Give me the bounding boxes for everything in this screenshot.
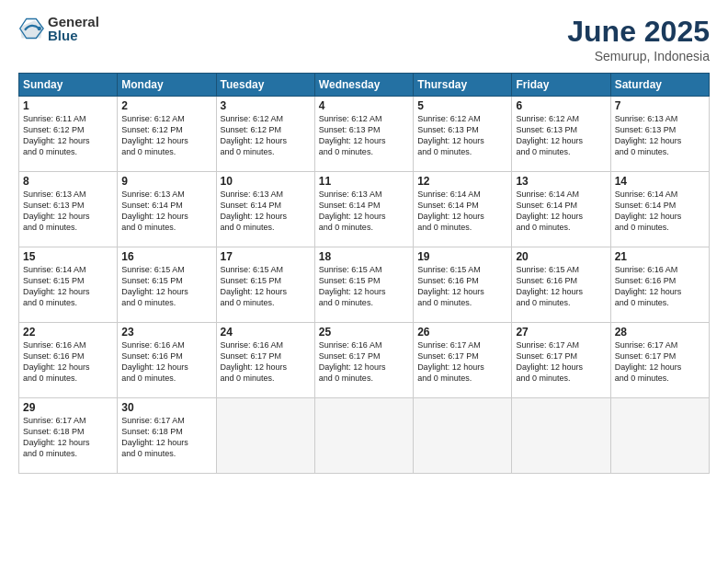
day-number: 15 [23,250,113,263]
day-number: 4 [319,99,409,112]
day-number: 5 [417,99,507,112]
col-thursday: Thursday [414,74,512,97]
day-number: 11 [319,175,409,188]
page: General Blue June 2025 Semurup, Indonesi… [0,0,728,563]
table-row: 22 Sunrise: 6:16 AM Sunset: 6:16 PM Dayl… [19,323,118,398]
table-row: 6 Sunrise: 6:12 AM Sunset: 6:13 PM Dayli… [512,97,610,172]
calendar-week-row: 15 Sunrise: 6:14 AM Sunset: 6:15 PM Dayl… [19,247,710,323]
table-row: 21 Sunrise: 6:16 AM Sunset: 6:16 PM Dayl… [610,247,709,323]
day-info: Sunrise: 6:17 AM Sunset: 6:17 PM Dayligh… [417,339,507,385]
day-number: 16 [121,250,211,263]
day-number: 12 [417,175,507,188]
calendar-week-row: 22 Sunrise: 6:16 AM Sunset: 6:16 PM Dayl… [19,323,710,398]
col-saturday: Saturday [610,74,709,97]
day-info: Sunrise: 6:16 AM Sunset: 6:16 PM Dayligh… [615,264,705,309]
day-number: 25 [319,326,409,339]
table-row: 3 Sunrise: 6:12 AM Sunset: 6:12 PM Dayli… [216,97,314,172]
day-number: 3 [221,99,311,112]
calendar-header-row: Sunday Monday Tuesday Wednesday Thursday… [19,74,710,97]
col-friday: Friday [512,74,610,97]
day-info: Sunrise: 6:16 AM Sunset: 6:16 PM Dayligh… [23,339,113,385]
table-row: 17 Sunrise: 6:15 AM Sunset: 6:15 PM Dayl… [216,247,314,323]
day-info: Sunrise: 6:14 AM Sunset: 6:15 PM Dayligh… [23,264,113,309]
calendar-subtitle: Semurup, Indonesia [567,49,710,63]
day-info: Sunrise: 6:17 AM Sunset: 6:18 PM Dayligh… [23,415,113,460]
table-row: 16 Sunrise: 6:15 AM Sunset: 6:15 PM Dayl… [118,247,216,323]
day-info: Sunrise: 6:14 AM Sunset: 6:14 PM Dayligh… [615,189,705,234]
day-number: 30 [121,401,211,414]
col-sunday: Sunday [19,74,118,97]
logo-blue-text: Blue [48,29,99,42]
day-info: Sunrise: 6:13 AM Sunset: 6:14 PM Dayligh… [319,189,409,234]
logo-text: General Blue [48,15,99,42]
day-number: 18 [319,250,409,263]
day-info: Sunrise: 6:17 AM Sunset: 6:18 PM Dayligh… [121,415,211,460]
table-row: 23 Sunrise: 6:16 AM Sunset: 6:16 PM Dayl… [118,323,216,398]
day-info: Sunrise: 6:14 AM Sunset: 6:14 PM Dayligh… [417,189,507,234]
day-info: Sunrise: 6:15 AM Sunset: 6:15 PM Dayligh… [221,264,311,309]
calendar-week-row: 29 Sunrise: 6:17 AM Sunset: 6:18 PM Dayl… [19,398,710,474]
table-row: 11 Sunrise: 6:13 AM Sunset: 6:14 PM Dayl… [314,172,413,247]
calendar-title: June 2025 [567,15,710,49]
day-info: Sunrise: 6:12 AM Sunset: 6:13 PM Dayligh… [417,113,507,158]
table-row: 29 Sunrise: 6:17 AM Sunset: 6:18 PM Dayl… [19,398,118,474]
day-info: Sunrise: 6:14 AM Sunset: 6:14 PM Dayligh… [516,189,606,234]
title-block: June 2025 Semurup, Indonesia [567,15,710,63]
day-number: 19 [417,250,507,263]
svg-point-3 [38,27,41,30]
table-row: 10 Sunrise: 6:13 AM Sunset: 6:14 PM Dayl… [216,172,314,247]
logo-general-text: General [48,15,99,29]
day-number: 9 [121,175,211,188]
day-info: Sunrise: 6:12 AM Sunset: 6:13 PM Dayligh… [319,113,409,158]
calendar-week-row: 8 Sunrise: 6:13 AM Sunset: 6:13 PM Dayli… [19,172,710,247]
day-info: Sunrise: 6:13 AM Sunset: 6:13 PM Dayligh… [23,189,113,234]
day-info: Sunrise: 6:16 AM Sunset: 6:16 PM Dayligh… [121,339,211,385]
table-row: 13 Sunrise: 6:14 AM Sunset: 6:14 PM Dayl… [512,172,610,247]
table-row: 30 Sunrise: 6:17 AM Sunset: 6:18 PM Dayl… [118,398,216,474]
table-row: 28 Sunrise: 6:17 AM Sunset: 6:17 PM Dayl… [610,323,709,398]
table-row: 8 Sunrise: 6:13 AM Sunset: 6:13 PM Dayli… [19,172,118,247]
table-row: 2 Sunrise: 6:12 AM Sunset: 6:12 PM Dayli… [118,97,216,172]
day-info: Sunrise: 6:13 AM Sunset: 6:14 PM Dayligh… [221,189,311,234]
table-row [610,398,709,474]
table-row [314,398,413,474]
calendar-table: Sunday Monday Tuesday Wednesday Thursday… [18,73,710,474]
table-row: 14 Sunrise: 6:14 AM Sunset: 6:14 PM Dayl… [610,172,709,247]
table-row [512,398,610,474]
header-row: General Blue June 2025 Semurup, Indonesi… [18,15,710,63]
day-number: 26 [417,326,507,339]
day-info: Sunrise: 6:13 AM Sunset: 6:14 PM Dayligh… [121,189,211,234]
day-number: 29 [23,401,113,414]
day-number: 14 [615,175,705,188]
day-number: 21 [615,250,705,263]
table-row [414,398,512,474]
table-row: 9 Sunrise: 6:13 AM Sunset: 6:14 PM Dayli… [118,172,216,247]
table-row: 4 Sunrise: 6:12 AM Sunset: 6:13 PM Dayli… [314,97,413,172]
table-row: 25 Sunrise: 6:16 AM Sunset: 6:17 PM Dayl… [314,323,413,398]
day-number: 22 [23,326,113,339]
table-row: 12 Sunrise: 6:14 AM Sunset: 6:14 PM Dayl… [414,172,512,247]
day-number: 7 [615,99,705,112]
col-wednesday: Wednesday [314,74,413,97]
day-info: Sunrise: 6:15 AM Sunset: 6:15 PM Dayligh… [319,264,409,309]
col-monday: Monday [118,74,216,97]
calendar-week-row: 1 Sunrise: 6:11 AM Sunset: 6:12 PM Dayli… [19,97,710,172]
table-row: 18 Sunrise: 6:15 AM Sunset: 6:15 PM Dayl… [314,247,413,323]
day-number: 20 [516,250,606,263]
day-info: Sunrise: 6:17 AM Sunset: 6:17 PM Dayligh… [615,339,705,385]
day-number: 13 [516,175,606,188]
day-info: Sunrise: 6:17 AM Sunset: 6:17 PM Dayligh… [516,339,606,385]
day-info: Sunrise: 6:13 AM Sunset: 6:13 PM Dayligh… [615,113,705,158]
day-info: Sunrise: 6:12 AM Sunset: 6:12 PM Dayligh… [221,113,311,158]
day-number: 1 [23,99,113,112]
table-row: 24 Sunrise: 6:16 AM Sunset: 6:17 PM Dayl… [216,323,314,398]
table-row: 26 Sunrise: 6:17 AM Sunset: 6:17 PM Dayl… [414,323,512,398]
day-number: 27 [516,326,606,339]
day-info: Sunrise: 6:11 AM Sunset: 6:12 PM Dayligh… [23,113,113,158]
col-tuesday: Tuesday [216,74,314,97]
day-number: 24 [221,326,311,339]
day-number: 28 [615,326,705,339]
table-row: 20 Sunrise: 6:15 AM Sunset: 6:16 PM Dayl… [512,247,610,323]
day-number: 2 [121,99,211,112]
logo-icon [18,16,44,41]
